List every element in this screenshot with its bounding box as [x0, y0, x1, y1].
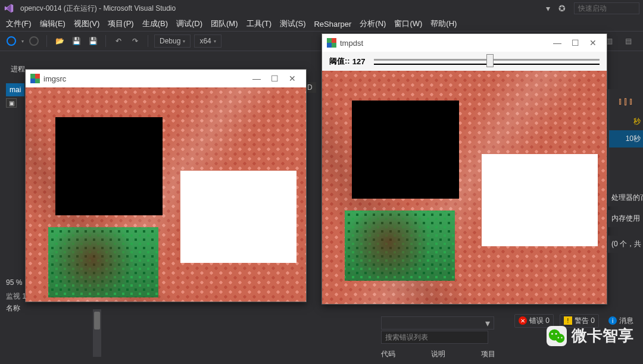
error-icon: ✕: [519, 316, 527, 325]
window-imgsrc-title: imgsrc: [43, 74, 66, 83]
nav-back-dropdown[interactable]: ▾: [21, 39, 24, 44]
minimize-button[interactable]: —: [548, 38, 566, 48]
window-imgsrc-titlebar[interactable]: imgsrc — ☐ ✕: [26, 70, 306, 87]
svg-rect-1: [35, 74, 40, 79]
warning-icon: !: [564, 316, 572, 325]
menu-file[interactable]: 文件(F): [6, 18, 32, 29]
error-list-columns: 代码 说明 项目: [381, 349, 637, 359]
platform-select[interactable]: x64▾: [194, 34, 221, 48]
window-title: opencv-0014 (正在运行) - Microsoft Visual St…: [20, 4, 176, 14]
process-label: 进程: [11, 64, 25, 74]
errors-badge[interactable]: ✕错误 0: [514, 314, 554, 328]
svg-point-7: [555, 334, 564, 343]
menu-analyze[interactable]: 分析(N): [360, 18, 386, 29]
warnings-badge[interactable]: !警告 0: [560, 314, 599, 328]
threshold-trackbar: 阈值:: 127: [322, 52, 607, 71]
wechat-icon: [547, 326, 567, 346]
menu-edit[interactable]: 编辑(E): [40, 18, 65, 29]
app-icon: [30, 74, 40, 83]
maximize-button[interactable]: ☐: [566, 38, 584, 48]
menu-tools[interactable]: 工具(T): [246, 18, 272, 29]
feedback-icon[interactable]: ✪: [555, 4, 569, 13]
svg-rect-2: [30, 79, 35, 83]
watch-header: 监视 1: [6, 291, 95, 302]
title-bar: opencv-0014 (正在运行) - Microsoft Visual St…: [0, 0, 643, 17]
pin-icon[interactable]: ▣: [6, 98, 17, 108]
diag-gc: (0 个，共: [608, 236, 643, 253]
menu-debug[interactable]: 调试(D): [176, 18, 202, 29]
close-button[interactable]: ✕: [584, 38, 602, 48]
menu-build[interactable]: 生成(B): [142, 18, 168, 29]
menu-resharper[interactable]: ReSharper: [314, 20, 351, 29]
info-icon: i: [608, 316, 617, 325]
watch-scrollbar[interactable]: [93, 309, 101, 357]
document-tab[interactable]: mai: [6, 83, 24, 96]
diag-10sec[interactable]: 10秒: [608, 130, 643, 148]
messages-badge[interactable]: i消息: [605, 315, 637, 327]
diagnostic-panel: ⫾⫿⫾ 秒 10秒 处理器的百 内存使用 (0 个，共: [608, 89, 643, 285]
window-imgsrc: imgsrc — ☐ ✕: [25, 69, 307, 302]
menu-view[interactable]: 视图(V): [74, 18, 99, 29]
quick-launch-input[interactable]: 快速启动: [574, 2, 639, 14]
col-desc[interactable]: 说明: [431, 349, 445, 359]
open-file-icon[interactable]: 📂: [53, 34, 66, 48]
menu-bar: 文件(F) 编辑(E) 视图(V) 项目(P) 生成(B) 调试(D) 团队(M…: [0, 17, 643, 31]
diag-seconds: 秒: [608, 113, 643, 130]
svg-point-9: [555, 332, 557, 334]
trackbar-label: 阈值::: [329, 56, 350, 67]
save-all-icon[interactable]: 💾: [86, 34, 99, 48]
menu-team[interactable]: 团队(M): [211, 18, 238, 29]
imgsrc-canvas: [26, 87, 306, 302]
maximize-button[interactable]: ☐: [266, 74, 283, 83]
col-code[interactable]: 代码: [381, 349, 395, 359]
tmpdst-canvas: [322, 71, 607, 304]
error-filter-dropdown[interactable]: ▾: [381, 316, 494, 330]
close-button[interactable]: ✕: [283, 74, 301, 83]
undo-icon[interactable]: ↶: [112, 34, 125, 48]
vs-logo-icon: [4, 3, 14, 14]
svg-rect-4: [332, 38, 336, 43]
svg-point-8: [551, 332, 553, 334]
nav-fwd-button[interactable]: [27, 34, 40, 48]
config-select[interactable]: Debug▾: [154, 34, 191, 48]
redo-icon[interactable]: ↷: [129, 34, 142, 48]
svg-point-6: [549, 329, 560, 340]
zoom-percent: 95 %: [6, 278, 22, 287]
menu-window[interactable]: 窗口(W): [394, 18, 422, 29]
chart-icon[interactable]: ⫾⫿⫾: [618, 95, 634, 108]
window-tmpdst-title: tmpdst: [340, 39, 363, 48]
nav-back-button[interactable]: [5, 34, 18, 48]
menu-project[interactable]: 项目(P): [108, 18, 133, 29]
watermark-text: 微卡智享: [572, 325, 633, 346]
trackbar-slider[interactable]: [374, 55, 600, 67]
app-icon: [327, 38, 336, 48]
menu-test[interactable]: 测试(S): [280, 18, 305, 29]
window-tmpdst: tmpdst — ☐ ✕ 阈值:: 127: [322, 33, 607, 305]
svg-point-11: [561, 337, 562, 338]
diag-processor: 处理器的百: [608, 189, 643, 206]
watch-panel: 监视 1 名称: [6, 291, 95, 313]
error-summary-bar: ✕错误 0 !警告 0 i消息: [514, 313, 637, 328]
menu-help[interactable]: 帮助(H): [430, 18, 457, 29]
minimize-button[interactable]: —: [248, 74, 266, 83]
save-icon[interactable]: 💾: [70, 34, 83, 48]
watermark: 微卡智享: [547, 325, 633, 346]
watch-col-name[interactable]: 名称: [6, 303, 95, 313]
diag-memory: 内存使用: [608, 210, 643, 227]
notifications-icon[interactable]: ▾: [541, 4, 555, 13]
window-tmpdst-titlebar[interactable]: tmpdst — ☐ ✕: [322, 34, 607, 52]
svg-rect-5: [327, 43, 332, 48]
col-project[interactable]: 项目: [481, 349, 495, 359]
trackbar-value: 127: [350, 57, 368, 66]
properties-icon[interactable]: ▤: [622, 34, 635, 48]
error-search-input[interactable]: 搜索错误列表: [381, 331, 488, 344]
svg-point-10: [558, 337, 559, 338]
